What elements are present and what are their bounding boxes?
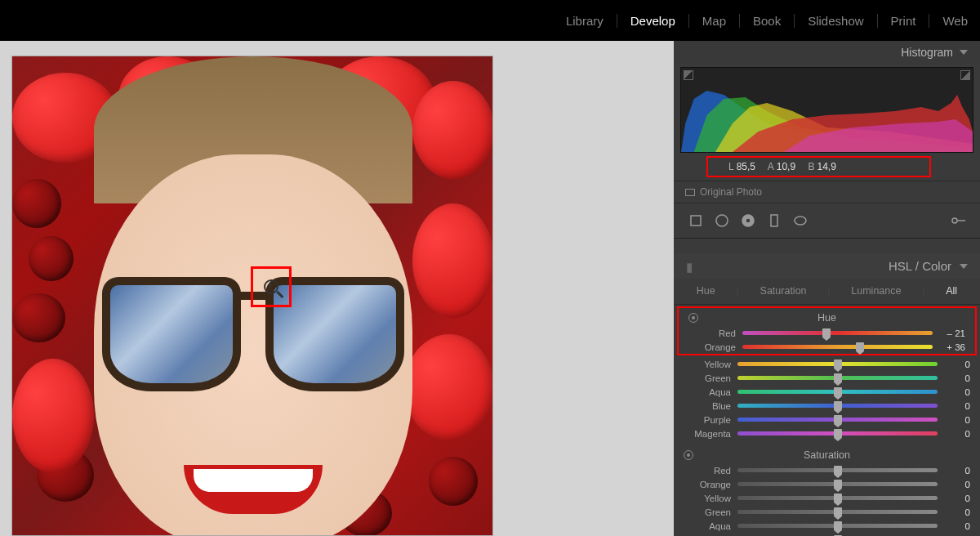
slider-track[interactable]	[737, 524, 938, 528]
slider-track[interactable]	[737, 362, 938, 366]
spot-removal-tool[interactable]	[711, 212, 733, 230]
slider-handle[interactable]	[834, 415, 842, 424]
slider-value: 0	[944, 429, 970, 439]
slider-handle[interactable]	[834, 521, 842, 530]
tab-saturation[interactable]: Saturation	[752, 285, 815, 297]
slider-blue: Blue 0	[674, 533, 980, 536]
svg-point-3	[746, 218, 751, 223]
histogram-header[interactable]: Histogram	[674, 41, 980, 64]
slider-value: 0	[944, 480, 970, 489]
slider-handle[interactable]	[834, 480, 842, 489]
slider-handle[interactable]	[834, 429, 842, 438]
slider-value: 0	[944, 507, 970, 517]
slider-track[interactable]	[737, 418, 938, 422]
slider-label: Magenta	[684, 429, 731, 439]
slider-red: Red – 21	[679, 326, 975, 340]
targeted-adjust-tool[interactable]	[688, 313, 698, 323]
slider-track[interactable]	[737, 431, 938, 436]
crop-tool[interactable]	[685, 212, 706, 230]
slider-aqua: Aqua 0	[674, 385, 980, 399]
svg-point-6	[952, 218, 957, 223]
module-web[interactable]: Web	[929, 14, 968, 28]
svg-point-5	[795, 217, 806, 225]
tab-all[interactable]: All	[938, 285, 965, 297]
slider-track[interactable]	[737, 376, 938, 380]
highlight-clip-icon[interactable]	[960, 70, 970, 80]
slider-handle[interactable]	[834, 507, 842, 516]
module-print[interactable]: Print	[878, 14, 930, 28]
slider-yellow: Yellow 0	[674, 491, 980, 505]
slider-track[interactable]	[737, 496, 938, 500]
slider-label: Orange	[688, 342, 736, 352]
grad-filter-tool[interactable]	[764, 212, 785, 230]
slider-handle[interactable]	[834, 387, 842, 396]
svg-point-1	[716, 215, 728, 226]
slider-track[interactable]	[742, 331, 933, 335]
slider-value: 0	[944, 521, 970, 531]
slider-green: Green 0	[674, 371, 980, 385]
slider-label: Yellow	[684, 360, 731, 369]
zoom-highlight	[251, 266, 292, 307]
histogram[interactable]	[680, 67, 973, 153]
slider-handle[interactable]	[834, 494, 842, 502]
original-photo-toggle[interactable]: Original Photo	[674, 181, 980, 203]
hsl-panel-header[interactable]: ▮ HSL / Color	[674, 253, 980, 279]
brush-tool[interactable]	[947, 212, 969, 230]
slider-track[interactable]	[737, 510, 938, 514]
slider-value: 0	[944, 387, 970, 397]
hsl-tabs: Hue| Saturation| Luminance| All	[674, 279, 980, 305]
tab-hue[interactable]: Hue	[688, 285, 724, 297]
slider-value: 0	[944, 360, 970, 369]
module-slideshow[interactable]: Slideshow	[795, 14, 877, 28]
slider-red: Red 0	[674, 463, 980, 477]
slider-magenta: Magenta 0	[674, 427, 980, 440]
slider-orange: Orange + 36	[679, 340, 975, 354]
slider-handle[interactable]	[822, 328, 831, 337]
slider-value: 0	[944, 415, 970, 425]
slider-label: Blue	[684, 401, 731, 411]
slider-label: Green	[684, 373, 731, 383]
module-map[interactable]: Map	[689, 14, 740, 28]
slider-handle[interactable]	[834, 401, 842, 410]
hue-section-title: Hue	[679, 308, 975, 326]
shadow-clip-icon[interactable]	[684, 70, 693, 80]
slider-handle[interactable]	[834, 466, 842, 475]
slider-handle[interactable]	[834, 360, 842, 368]
slider-handle[interactable]	[856, 342, 864, 351]
saturation-section-title: Saturation	[674, 445, 980, 463]
slider-track[interactable]	[737, 404, 938, 408]
slider-aqua: Aqua 0	[674, 519, 980, 533]
slider-value: 0	[944, 494, 970, 503]
slider-value: 0	[944, 401, 970, 411]
slider-value: 0	[944, 373, 970, 383]
targeted-adjust-tool[interactable]	[684, 450, 693, 460]
slider-label: Aqua	[684, 521, 731, 531]
radial-filter-tool[interactable]	[790, 212, 811, 230]
slider-track[interactable]	[737, 482, 938, 486]
tab-luminance[interactable]: Luminance	[843, 285, 909, 297]
lab-readout: L85,5 A10,9 B14,9	[706, 156, 931, 177]
slider-track[interactable]	[737, 390, 938, 394]
slider-label: Purple	[684, 415, 731, 425]
slider-label: Aqua	[684, 387, 731, 397]
histogram-title: Histogram	[901, 46, 953, 59]
slider-track[interactable]	[742, 345, 933, 349]
slider-value: – 21	[939, 328, 965, 338]
hue-highlight-box: Hue Red – 21 Orange + 36	[677, 306, 977, 355]
module-book[interactable]: Book	[740, 14, 795, 28]
slider-value: + 36	[939, 342, 965, 352]
module-develop[interactable]: Develop	[617, 14, 689, 28]
slider-label: Red	[684, 466, 731, 476]
canvas-area	[0, 41, 674, 536]
redeye-tool[interactable]	[737, 212, 759, 230]
module-picker: Library Develop Map Book Slideshow Print…	[0, 0, 980, 41]
slider-label: Orange	[684, 480, 731, 489]
module-library[interactable]: Library	[553, 14, 617, 28]
slider-track[interactable]	[737, 468, 938, 472]
slider-label: Red	[688, 328, 736, 338]
right-panel: Histogram L85,5 A10,9 B14,9 Original Pho…	[674, 41, 980, 536]
slider-handle[interactable]	[834, 373, 842, 382]
slider-yellow: Yellow 0	[674, 357, 980, 371]
chevron-down-icon	[960, 264, 968, 269]
panel-switch-icon[interactable]: ▮	[686, 260, 699, 273]
